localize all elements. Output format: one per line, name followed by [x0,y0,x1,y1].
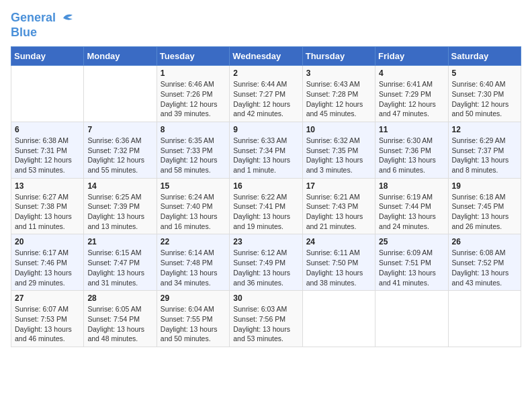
calendar-header: SundayMondayTuesdayWednesdayThursdayFrid… [11,47,521,66]
day-info: Sunrise: 6:46 AM Sunset: 7:26 PM Dayligh… [161,79,226,119]
day-info: Sunrise: 6:14 AM Sunset: 7:48 PM Dayligh… [161,248,226,287]
day-info: Sunrise: 6:29 AM Sunset: 7:37 PM Dayligh… [452,136,517,175]
day-cell: 16Sunrise: 6:22 AM Sunset: 7:41 PM Dayli… [230,178,302,234]
day-cell: 17Sunrise: 6:21 AM Sunset: 7:43 PM Dayli… [302,178,375,234]
day-info: Sunrise: 6:12 AM Sunset: 7:49 PM Dayligh… [233,248,298,287]
day-cell: 10Sunrise: 6:32 AM Sunset: 7:35 PM Dayli… [302,122,375,178]
day-cell: 13Sunrise: 6:27 AM Sunset: 7:38 PM Dayli… [11,178,84,234]
day-cell: 2Sunrise: 6:44 AM Sunset: 7:27 PM Daylig… [230,66,302,122]
day-info: Sunrise: 6:19 AM Sunset: 7:44 PM Dayligh… [379,192,444,232]
day-cell: 8Sunrise: 6:35 AM Sunset: 7:33 PM Daylig… [157,122,229,178]
day-cell: 1Sunrise: 6:46 AM Sunset: 7:26 PM Daylig… [157,66,229,122]
day-number: 4 [379,68,444,78]
day-info: Sunrise: 6:27 AM Sunset: 7:38 PM Dayligh… [15,192,80,232]
day-number: 21 [87,237,152,246]
day-cell: 26Sunrise: 6:08 AM Sunset: 7:52 PM Dayli… [448,234,521,291]
day-info: Sunrise: 6:43 AM Sunset: 7:28 PM Dayligh… [306,79,371,119]
week-row-1: 1Sunrise: 6:46 AM Sunset: 7:26 PM Daylig… [11,66,521,122]
week-row-4: 20Sunrise: 6:17 AM Sunset: 7:46 PM Dayli… [11,234,521,291]
day-number: 22 [161,237,226,246]
day-number: 17 [306,181,371,191]
day-info: Sunrise: 6:25 AM Sunset: 7:39 PM Dayligh… [87,192,152,232]
logo-general: General [11,11,56,24]
day-cell [375,291,448,347]
week-row-3: 13Sunrise: 6:27 AM Sunset: 7:38 PM Dayli… [11,178,521,234]
calendar-body: 1Sunrise: 6:46 AM Sunset: 7:26 PM Daylig… [11,66,521,347]
day-info: Sunrise: 6:41 AM Sunset: 7:29 PM Dayligh… [379,79,444,119]
week-row-2: 6Sunrise: 6:38 AM Sunset: 7:31 PM Daylig… [11,122,521,178]
day-cell: 21Sunrise: 6:15 AM Sunset: 7:47 PM Dayli… [84,234,157,291]
calendar-table: SundayMondayTuesdayWednesdayThursdayFrid… [11,46,521,347]
day-number: 13 [15,181,80,191]
day-info: Sunrise: 6:30 AM Sunset: 7:36 PM Dayligh… [379,136,444,175]
day-cell: 6Sunrise: 6:38 AM Sunset: 7:31 PM Daylig… [11,122,84,178]
day-cell [302,291,375,347]
day-cell: 11Sunrise: 6:30 AM Sunset: 7:36 PM Dayli… [375,122,448,178]
day-info: Sunrise: 6:44 AM Sunset: 7:27 PM Dayligh… [233,79,298,119]
day-number: 1 [161,68,226,78]
day-cell: 19Sunrise: 6:18 AM Sunset: 7:45 PM Dayli… [448,178,521,234]
weekday-header-sunday: Sunday [11,47,84,66]
day-cell: 12Sunrise: 6:29 AM Sunset: 7:37 PM Dayli… [448,122,521,178]
day-info: Sunrise: 6:35 AM Sunset: 7:33 PM Dayligh… [161,136,226,175]
day-cell: 14Sunrise: 6:25 AM Sunset: 7:39 PM Dayli… [84,178,157,234]
day-number: 24 [306,237,371,246]
day-cell [448,291,521,347]
day-cell [11,66,84,122]
day-number: 2 [233,68,298,78]
day-number: 26 [452,237,517,246]
day-info: Sunrise: 6:05 AM Sunset: 7:54 PM Dayligh… [87,304,152,344]
day-info: Sunrise: 6:24 AM Sunset: 7:40 PM Dayligh… [161,192,226,232]
day-number: 9 [233,125,298,134]
day-cell: 4Sunrise: 6:41 AM Sunset: 7:29 PM Daylig… [375,66,448,122]
day-number: 20 [15,237,80,246]
day-info: Sunrise: 6:38 AM Sunset: 7:31 PM Dayligh… [15,136,80,175]
day-info: Sunrise: 6:03 AM Sunset: 7:56 PM Dayligh… [233,304,298,344]
day-cell: 20Sunrise: 6:17 AM Sunset: 7:46 PM Dayli… [11,234,84,291]
day-number: 14 [87,181,152,191]
day-info: Sunrise: 6:22 AM Sunset: 7:41 PM Dayligh… [233,192,298,232]
logo-bird-icon [60,12,75,24]
day-number: 8 [161,125,226,134]
logo: General Blue [11,11,77,40]
day-cell: 24Sunrise: 6:11 AM Sunset: 7:50 PM Dayli… [302,234,375,291]
day-info: Sunrise: 6:32 AM Sunset: 7:35 PM Dayligh… [306,136,371,175]
day-info: Sunrise: 6:08 AM Sunset: 7:52 PM Dayligh… [452,248,517,287]
day-cell: 9Sunrise: 6:33 AM Sunset: 7:34 PM Daylig… [230,122,302,178]
day-number: 27 [15,293,80,303]
day-cell [84,66,157,122]
day-number: 25 [379,237,444,246]
day-cell: 27Sunrise: 6:07 AM Sunset: 7:53 PM Dayli… [11,291,84,347]
day-number: 29 [161,293,226,303]
page-header: General Blue [11,11,521,40]
day-number: 19 [452,181,517,191]
day-number: 5 [452,68,517,78]
weekday-header-friday: Friday [375,47,448,66]
weekday-row: SundayMondayTuesdayWednesdayThursdayFrid… [11,47,521,66]
day-info: Sunrise: 6:21 AM Sunset: 7:43 PM Dayligh… [306,192,371,232]
week-row-5: 27Sunrise: 6:07 AM Sunset: 7:53 PM Dayli… [11,291,521,347]
day-number: 15 [161,181,226,191]
day-cell: 5Sunrise: 6:40 AM Sunset: 7:30 PM Daylig… [448,66,521,122]
weekday-header-thursday: Thursday [302,47,375,66]
day-info: Sunrise: 6:18 AM Sunset: 7:45 PM Dayligh… [452,192,517,232]
day-number: 12 [452,125,517,134]
day-number: 18 [379,181,444,191]
day-info: Sunrise: 6:33 AM Sunset: 7:34 PM Dayligh… [233,136,298,175]
day-info: Sunrise: 6:07 AM Sunset: 7:53 PM Dayligh… [15,304,80,344]
day-cell: 7Sunrise: 6:36 AM Sunset: 7:32 PM Daylig… [84,122,157,178]
day-cell: 15Sunrise: 6:24 AM Sunset: 7:40 PM Dayli… [157,178,229,234]
day-number: 28 [87,293,152,303]
day-cell: 18Sunrise: 6:19 AM Sunset: 7:44 PM Dayli… [375,178,448,234]
day-number: 7 [87,125,152,134]
day-info: Sunrise: 6:40 AM Sunset: 7:30 PM Dayligh… [452,79,517,119]
day-info: Sunrise: 6:15 AM Sunset: 7:47 PM Dayligh… [87,248,152,287]
day-cell: 23Sunrise: 6:12 AM Sunset: 7:49 PM Dayli… [230,234,302,291]
day-cell: 25Sunrise: 6:09 AM Sunset: 7:51 PM Dayli… [375,234,448,291]
day-number: 3 [306,68,371,78]
weekday-header-wednesday: Wednesday [230,47,302,66]
day-cell: 3Sunrise: 6:43 AM Sunset: 7:28 PM Daylig… [302,66,375,122]
weekday-header-tuesday: Tuesday [157,47,229,66]
weekday-header-monday: Monday [84,47,157,66]
day-number: 11 [379,125,444,134]
